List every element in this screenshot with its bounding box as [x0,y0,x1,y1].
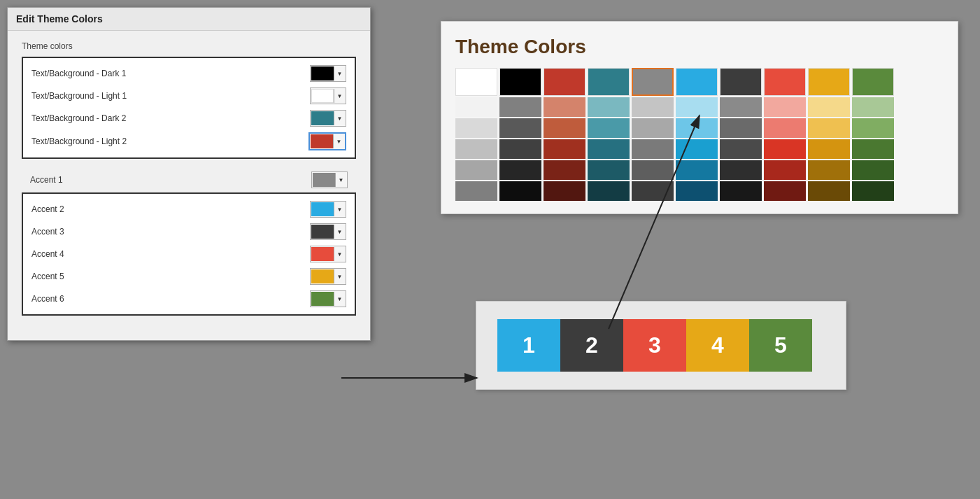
shade-swatch-col8-0[interactable] [808,97,850,117]
shade-swatch-col5-1[interactable] [676,118,718,138]
shade-swatch-col9-3[interactable] [852,160,894,180]
accent6-dropdown-arrow[interactable]: ▼ [334,292,345,306]
color-column-col8 [808,68,850,201]
shade-swatch-col0-1[interactable] [455,118,497,138]
shade-swatch-col9-2[interactable] [852,139,894,159]
shade-swatch-col4-0[interactable] [632,97,674,117]
shade-swatch-col1-1[interactable] [499,118,541,138]
shade-swatch-col6-4[interactable] [720,181,762,201]
accent3-row: Accent 3 ▼ [31,223,346,240]
shade-swatch-col9-4[interactable] [852,181,894,201]
color-column-col3 [588,68,630,201]
shade-swatch-col0-3[interactable] [455,160,497,180]
top-swatch-col1[interactable] [499,68,541,96]
accent-preview-box-1: 1 [497,319,560,372]
shade-swatch-col2-2[interactable] [544,139,585,159]
accent4-color-btn[interactable]: ▼ [310,246,346,262]
shade-swatch-col6-1[interactable] [720,118,762,138]
accent2-swatch [311,202,334,216]
shade-swatch-col7-2[interactable] [764,139,806,159]
top-swatch-col0[interactable] [455,68,497,96]
theme-colors-box: Text/Background - Dark 1 ▼ Text/Backgrou… [22,57,356,159]
top-swatch-col7[interactable] [764,68,806,96]
shade-swatch-col9-1[interactable] [852,118,894,138]
color-column-col9 [852,68,894,201]
shade-swatch-col3-2[interactable] [588,139,630,159]
dark1-dropdown-arrow[interactable]: ▼ [334,66,345,80]
light2-dropdown-arrow[interactable]: ▼ [333,134,344,148]
shade-swatch-col9-0[interactable] [852,97,894,117]
top-swatch-col4[interactable] [632,68,674,96]
accent4-row: Accent 4 ▼ [31,246,346,262]
shade-swatch-col2-4[interactable] [544,181,585,201]
accent3-swatch [311,225,334,239]
shade-swatch-col4-3[interactable] [632,160,674,180]
shade-swatch-col8-3[interactable] [808,160,850,180]
accent1-dropdown-arrow[interactable]: ▼ [335,173,346,187]
top-swatch-col6[interactable] [720,68,762,96]
shade-swatch-col5-3[interactable] [676,160,718,180]
shade-swatch-col3-1[interactable] [588,118,630,138]
shade-swatch-col0-2[interactable] [455,139,497,159]
shade-swatch-col8-2[interactable] [808,139,850,159]
accent2-dropdown-arrow[interactable]: ▼ [334,202,345,216]
shade-swatch-col3-4[interactable] [588,181,630,201]
shade-swatch-col0-0[interactable] [455,97,497,117]
shade-swatch-col3-3[interactable] [588,160,630,180]
color-column-col2 [544,68,585,201]
shade-swatch-col5-4[interactable] [676,181,718,201]
accent4-dropdown-arrow[interactable]: ▼ [334,247,345,261]
dark2-label: Text/Background - Dark 2 [31,113,310,123]
color-column-col1 [499,68,541,201]
shade-swatch-col1-2[interactable] [499,139,541,159]
light1-label: Text/Background - Light 1 [31,91,310,101]
accent5-color-btn[interactable]: ▼ [310,268,346,285]
shade-swatch-col7-4[interactable] [764,181,806,201]
colors-grid [455,68,944,201]
accent3-color-btn[interactable]: ▼ [310,223,346,240]
shade-swatch-col1-0[interactable] [499,97,541,117]
top-swatch-col5[interactable] [676,68,718,96]
shade-swatch-col0-4[interactable] [455,181,497,201]
shade-swatch-col5-0[interactable] [676,97,718,117]
light2-color-btn[interactable]: ▼ [308,132,346,150]
shade-swatch-col6-2[interactable] [720,139,762,159]
shade-swatch-col7-0[interactable] [764,97,806,117]
dark2-color-btn[interactable]: ▼ [310,110,346,127]
shade-swatch-col8-4[interactable] [808,181,850,201]
theme-colors-section-label: Theme colors [22,41,356,51]
dark2-dropdown-arrow[interactable]: ▼ [334,111,345,125]
top-swatch-col3[interactable] [588,68,630,96]
accent2-color-btn[interactable]: ▼ [310,201,346,218]
popup-title: Theme Colors [455,36,944,58]
light1-dropdown-arrow[interactable]: ▼ [334,89,345,103]
top-swatch-col2[interactable] [544,68,585,96]
shade-swatch-col4-1[interactable] [632,118,674,138]
shade-swatch-col2-1[interactable] [544,118,585,138]
accent-preview-box-2: 2 [560,319,623,372]
shade-swatch-col1-4[interactable] [499,181,541,201]
dialog-title: Edit Theme Colors [8,8,370,31]
shade-swatch-col7-1[interactable] [764,118,806,138]
shade-swatch-col4-2[interactable] [632,139,674,159]
top-swatch-col9[interactable] [852,68,894,96]
shade-swatch-col2-3[interactable] [544,160,585,180]
shade-swatch-col8-1[interactable] [808,118,850,138]
shade-swatch-col7-3[interactable] [764,160,806,180]
accent4-label: Accent 4 [31,249,310,259]
shade-swatch-col6-0[interactable] [720,97,762,117]
shade-swatch-col2-0[interactable] [544,97,585,117]
shade-swatch-col5-2[interactable] [676,139,718,159]
shade-swatch-col6-3[interactable] [720,160,762,180]
light1-color-btn[interactable]: ▼ [310,87,346,104]
shade-swatch-col1-3[interactable] [499,160,541,180]
dark1-color-btn[interactable]: ▼ [310,65,346,82]
top-swatch-col8[interactable] [808,68,850,96]
shade-swatch-col3-0[interactable] [588,97,630,117]
shade-swatch-col4-4[interactable] [632,181,674,201]
accent3-dropdown-arrow[interactable]: ▼ [334,225,345,239]
accent1-color-btn[interactable]: ▼ [311,171,348,188]
accent5-dropdown-arrow[interactable]: ▼ [334,269,345,283]
accent6-color-btn[interactable]: ▼ [310,290,346,307]
light2-label: Text/Background - Light 2 [31,136,308,146]
